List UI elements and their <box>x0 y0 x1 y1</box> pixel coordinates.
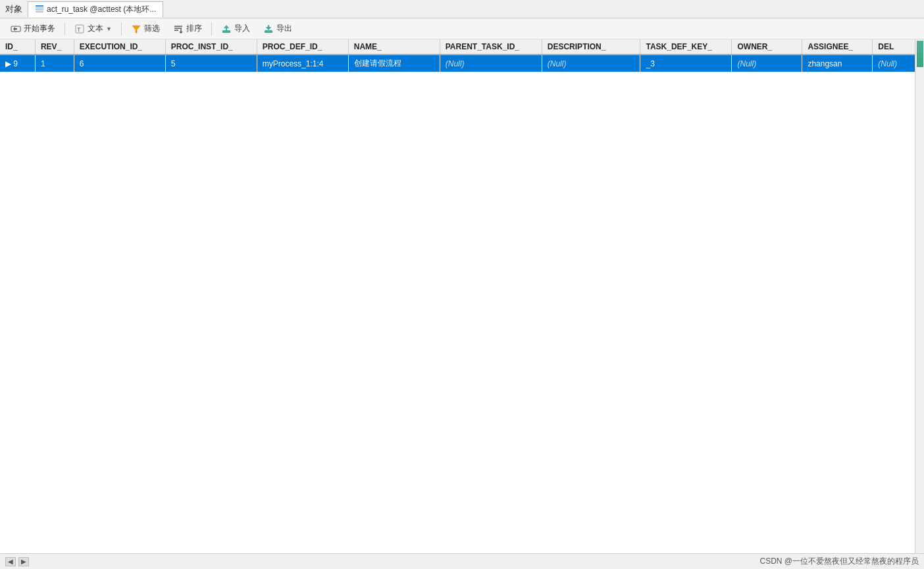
svg-text:T: T <box>77 26 81 33</box>
export-label: 导出 <box>276 23 292 34</box>
col-header-execution-id[interactable]: EXECUTION_ID_ <box>74 39 165 55</box>
filter-icon <box>131 24 141 34</box>
col-header-id[interactable]: ID_ <box>0 39 35 55</box>
cell-name: 创建请假流程 <box>348 55 440 72</box>
sort-icon <box>173 24 184 34</box>
col-header-parent-task-id[interactable]: PARENT_TASK_ID_ <box>440 39 542 55</box>
top-bar-label: 对象 <box>5 3 22 15</box>
text-icon: T <box>74 24 85 34</box>
table-container[interactable]: ID_ REV_ EXECUTION_ID_ PROC_INST_ID_ PRO… <box>0 39 915 553</box>
col-header-proc-def-id[interactable]: PROC_DEF_ID_ <box>257 39 348 55</box>
cell-assignee: zhangsan <box>802 55 873 72</box>
top-bar: 对象 act_ru_task @acttest (本地环... <box>0 0 924 18</box>
filter-label: 筛选 <box>144 23 160 34</box>
svg-rect-3 <box>36 11 43 12</box>
svg-marker-14 <box>224 25 229 30</box>
cell-rev: 1 <box>35 55 74 72</box>
cell-del: (Null) <box>873 55 915 72</box>
separator-1 <box>64 22 65 36</box>
tab-label: act_ru_task @acttest (本地环... <box>47 4 156 15</box>
toolbar: 开始事务 T 文本 ▼ 筛选 排序 导入 <box>0 18 924 39</box>
svg-marker-12 <box>179 32 183 34</box>
import-label: 导入 <box>234 23 250 34</box>
sort-button[interactable]: 排序 <box>168 21 207 36</box>
status-left: ◀ ▶ <box>5 557 29 566</box>
transaction-icon <box>11 24 21 34</box>
col-header-task-def-key[interactable]: TASK_DEF_KEY_ <box>640 39 732 55</box>
cell-owner: (Null) <box>732 55 802 72</box>
col-header-name[interactable]: NAME_ <box>348 39 440 55</box>
data-table: ID_ REV_ EXECUTION_ID_ PROC_INST_ID_ PRO… <box>0 39 915 72</box>
scrollbar-thumb[interactable] <box>917 41 923 67</box>
svg-rect-15 <box>265 30 272 33</box>
table-header-row: ID_ REV_ EXECUTION_ID_ PROC_INST_ID_ PRO… <box>0 39 915 55</box>
cell-proc_def_id: myProcess_1:1:4 <box>257 55 348 72</box>
begin-transaction-button[interactable]: 开始事务 <box>5 21 61 36</box>
cell-proc_inst_id: 5 <box>165 55 257 72</box>
separator-2 <box>121 22 122 36</box>
begin-transaction-label: 开始事务 <box>24 23 55 34</box>
vertical-scrollbar[interactable] <box>915 39 924 553</box>
col-header-description[interactable]: DESCRIPTION_ <box>542 39 640 55</box>
svg-rect-0 <box>36 5 43 7</box>
cell-parent_task_id: (Null) <box>440 55 542 72</box>
sort-label: 排序 <box>186 23 202 34</box>
import-button[interactable]: 导入 <box>216 21 255 36</box>
import-icon <box>221 24 232 34</box>
col-header-proc-inst-id[interactable]: PROC_INST_ID_ <box>165 39 257 55</box>
col-header-del[interactable]: DEL <box>873 39 915 55</box>
cell-task_def_key: _3 <box>640 55 732 72</box>
watermark-text: CSDN @一位不爱熬夜但又经常熬夜的程序员 <box>759 556 919 567</box>
table-tab[interactable]: act_ru_task @acttest (本地环... <box>28 1 163 17</box>
text-label: 文本 <box>88 23 103 34</box>
separator-3 <box>211 22 212 36</box>
filter-button[interactable]: 筛选 <box>126 21 165 36</box>
export-icon <box>263 24 274 34</box>
svg-marker-7 <box>132 26 140 33</box>
status-bar: ◀ ▶ CSDN @一位不爱熬夜但又经常熬夜的程序员 <box>0 553 924 569</box>
svg-rect-2 <box>36 9 43 11</box>
export-button[interactable]: 导出 <box>258 21 297 36</box>
text-button[interactable]: T 文本 ▼ <box>69 21 117 36</box>
cell-id: ▶ 9 <box>0 55 35 72</box>
col-header-assignee[interactable]: ASSIGNEE_ <box>802 39 873 55</box>
col-header-rev[interactable]: REV_ <box>35 39 74 55</box>
cell-description: (Null) <box>542 55 640 72</box>
scroll-left-button[interactable]: ◀ <box>5 557 16 566</box>
table-icon <box>35 5 44 14</box>
svg-rect-13 <box>222 30 230 33</box>
cell-execution_id: 6 <box>74 55 165 72</box>
table-row[interactable]: ▶ 9165myProcess_1:1:4创建请假流程(Null)(Null)_… <box>0 55 915 72</box>
svg-rect-1 <box>36 7 43 9</box>
text-arrow: ▼ <box>106 26 112 32</box>
scroll-right-button[interactable]: ▶ <box>18 557 29 566</box>
svg-marker-17 <box>266 25 271 30</box>
col-header-owner[interactable]: OWNER_ <box>732 39 802 55</box>
